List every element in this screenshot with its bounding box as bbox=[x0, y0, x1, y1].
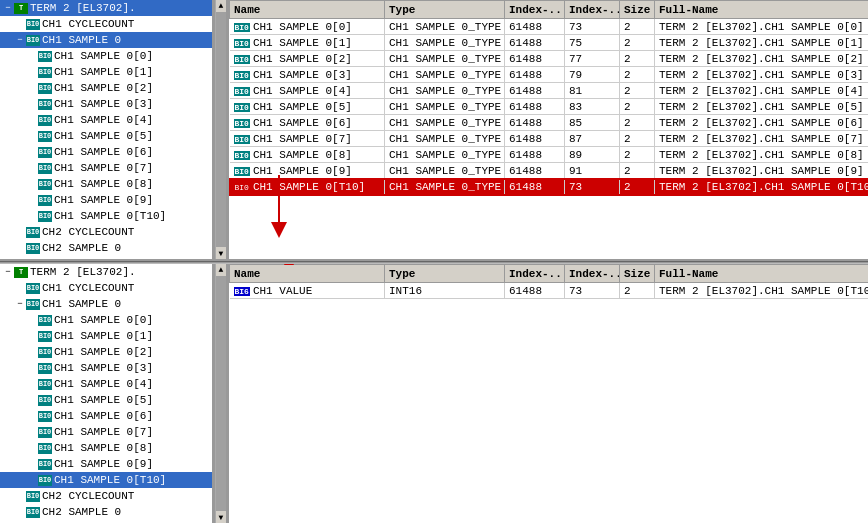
col-header-size-1[interactable]: Size bbox=[620, 1, 655, 19]
tree-label-s8: CH1 SAMPLE 0[8] bbox=[54, 178, 153, 190]
spacer bbox=[14, 18, 26, 30]
tree-item-ch2sample0[interactable]: BI0 CH2 SAMPLE 0 bbox=[0, 240, 212, 256]
scroll-down-1[interactable]: ▼ bbox=[219, 249, 224, 258]
table-row[interactable]: BI0CH1 SAMPLE 0[4] CH1 SAMPLE 0_TYPE6148… bbox=[230, 83, 869, 99]
table-row[interactable]: BI0CH1 SAMPLE 0[0] CH1 SAMPLE 0_TYPE 614… bbox=[230, 19, 869, 35]
tree-item-p2s10-selected[interactable]: BI0 CH1 SAMPLE 0[T10] bbox=[0, 472, 212, 488]
col-header-idx2-1[interactable]: Index-... bbox=[565, 1, 620, 19]
tree-item-p2s2[interactable]: BI0 CH1 SAMPLE 0[2] bbox=[0, 344, 212, 360]
tree-item-ch1s5[interactable]: BI0 CH1 SAMPLE 0[5] bbox=[0, 128, 212, 144]
col-header-idx1-2[interactable]: Index-... bbox=[505, 265, 565, 283]
var-icon-ch1sample02: BI0 bbox=[26, 299, 40, 310]
tree-item-ch1s10[interactable]: BI0 CH1 SAMPLE 0[T10] bbox=[0, 208, 212, 224]
var-icon-ch2sample0: BI0 bbox=[26, 243, 40, 254]
tree-item-p2s1[interactable]: BI0 CH1 SAMPLE 0[1] bbox=[0, 328, 212, 344]
tree-item-ch1s0[interactable]: BI0 CH1 SAMPLE 0[0] bbox=[0, 48, 212, 64]
tree-item-ch1s6[interactable]: BI0 CH1 SAMPLE 0[6] bbox=[0, 144, 212, 160]
tree-label-term2: TERM 2 [EL3702]. bbox=[30, 266, 136, 278]
row-icon-red: BI0 bbox=[234, 183, 250, 192]
tree-item-p2s6[interactable]: BI0 CH1 SAMPLE 0[6] bbox=[0, 408, 212, 424]
col-header-idx1-1[interactable]: Index-... bbox=[505, 1, 565, 19]
col-header-idx2-2[interactable]: Index-... bbox=[565, 265, 620, 283]
tree-item-ch1sample02[interactable]: − BI0 CH1 SAMPLE 0 bbox=[0, 296, 212, 312]
tree-item-ch1cycle[interactable]: BI0 CH1 CYCLECOUNT bbox=[0, 16, 212, 32]
row-icon: BI0 bbox=[234, 39, 250, 48]
var-icon-s7: BI0 bbox=[38, 163, 52, 174]
scroll-up-2[interactable]: ▲ bbox=[219, 265, 224, 274]
table-row[interactable]: BI6CH1 VALUE INT16 61488 73 2 TERM 2 [EL… bbox=[230, 283, 869, 299]
expand-icon-ch1sample02[interactable]: − bbox=[14, 298, 26, 310]
table-row[interactable]: BI0CH1 SAMPLE 0[5] CH1 SAMPLE 0_TYPE6148… bbox=[230, 99, 869, 115]
var-icon-s6: BI0 bbox=[38, 147, 52, 158]
tree-scrollbar-2[interactable]: ▲ ▼ bbox=[215, 264, 229, 523]
expand-icon-ch1sample0[interactable]: − bbox=[14, 34, 26, 46]
tree-label-s0: CH1 SAMPLE 0[0] bbox=[54, 50, 153, 62]
col-header-full-1[interactable]: Full-Name bbox=[655, 1, 869, 19]
col-header-type-2[interactable]: Type bbox=[385, 265, 505, 283]
tree-label-s1: CH1 SAMPLE 0[1] bbox=[54, 66, 153, 78]
table-row[interactable]: BI0CH1 SAMPLE 0[6] CH1 SAMPLE 0_TYPE6148… bbox=[230, 115, 869, 131]
tree-item-term1[interactable]: − T TERM 2 [EL3702]. bbox=[0, 0, 212, 16]
col-header-type-1[interactable]: Type bbox=[385, 1, 505, 19]
tree-item-ch2cycle[interactable]: BI0 CH2 CYCLECOUNT bbox=[0, 224, 212, 240]
cell-size: 2 bbox=[620, 19, 655, 35]
tree-item-p2s5[interactable]: BI0 CH1 SAMPLE 0[5] bbox=[0, 392, 212, 408]
tree-label-s2: CH1 SAMPLE 0[2] bbox=[54, 82, 153, 94]
col-header-size-2[interactable]: Size bbox=[620, 265, 655, 283]
table-row[interactable]: BI0CH1 SAMPLE 0[7] CH1 SAMPLE 0_TYPE6148… bbox=[230, 131, 869, 147]
table-row-selected[interactable]: BI0CH1 SAMPLE 0[T10] CH1 SAMPLE 0_TYPE 6… bbox=[230, 179, 869, 195]
tree-item-p2s7[interactable]: BI0 CH1 SAMPLE 0[7] bbox=[0, 424, 212, 440]
tree-item-p2s9[interactable]: BI0 CH1 SAMPLE 0[9] bbox=[0, 456, 212, 472]
tree-item-term2[interactable]: − T TERM 2 [EL3702]. bbox=[0, 264, 212, 280]
table-row[interactable]: BI0CH1 SAMPLE 0[3] CH1 SAMPLE 0_TYPE6148… bbox=[230, 67, 869, 83]
tree-pane-1[interactable]: − T TERM 2 [EL3702]. BI0 CH1 CYCLECOUNT … bbox=[0, 0, 215, 259]
tree-label-p2s2: CH1 SAMPLE 0[2] bbox=[54, 346, 153, 358]
tree-item-ch1s9[interactable]: BI0 CH1 SAMPLE 0[9] bbox=[0, 192, 212, 208]
tree-item-p2-ch2sample0[interactable]: BI0 CH2 SAMPLE 0 bbox=[0, 504, 212, 520]
scroll-thumb-2[interactable] bbox=[216, 276, 226, 511]
scroll-down-2[interactable]: ▼ bbox=[219, 513, 224, 522]
tree-item-p2s4[interactable]: BI0 CH1 SAMPLE 0[4] bbox=[0, 376, 212, 392]
table-row[interactable]: BI0CH1 SAMPLE 0[2] CH1 SAMPLE 0_TYPE6148… bbox=[230, 51, 869, 67]
table-row[interactable]: BI0CH1 SAMPLE 0[8] CH1 SAMPLE 0_TYPE6148… bbox=[230, 147, 869, 163]
row-icon-blue: BI6 bbox=[234, 287, 250, 296]
tree-label-p2s3: CH1 SAMPLE 0[3] bbox=[54, 362, 153, 374]
table-row[interactable]: BI0CH1 SAMPLE 0[9] CH1 SAMPLE 0_TYPE6148… bbox=[230, 163, 869, 179]
cell-size-2: 2 bbox=[620, 283, 655, 299]
var-icon-ch2cycle: BI0 bbox=[26, 227, 40, 238]
tree-item-ch1s8[interactable]: BI0 CH1 SAMPLE 0[8] bbox=[0, 176, 212, 192]
tree-label-s5: CH1 SAMPLE 0[5] bbox=[54, 130, 153, 142]
var-icon-s2: BI0 bbox=[38, 83, 52, 94]
col-header-name-1[interactable]: Name bbox=[230, 1, 385, 19]
col-header-name-2[interactable]: Name bbox=[230, 265, 385, 283]
tree-item-ch1s7[interactable]: BI0 CH1 SAMPLE 0[7] bbox=[0, 160, 212, 176]
tree-label-s7: CH1 SAMPLE 0[7] bbox=[54, 162, 153, 174]
tree-label-p2s7: CH1 SAMPLE 0[7] bbox=[54, 426, 153, 438]
col-header-full-2[interactable]: Full-Name bbox=[655, 265, 869, 283]
scroll-thumb-1[interactable] bbox=[216, 12, 226, 247]
tree-item-ch1sample0[interactable]: − BI0 CH1 SAMPLE 0 bbox=[0, 32, 212, 48]
tree-item-ch1s3[interactable]: BI0 CH1 SAMPLE 0[3] bbox=[0, 96, 212, 112]
scroll-up-1[interactable]: ▲ bbox=[219, 1, 224, 10]
var-icon-s3: BI0 bbox=[38, 99, 52, 110]
term-icon-1: T bbox=[14, 3, 28, 14]
tree-item-ch1s1[interactable]: BI0 CH1 SAMPLE 0[1] bbox=[0, 64, 212, 80]
tree-scrollbar-1[interactable]: ▲ ▼ bbox=[215, 0, 229, 259]
tree-item-p2s0[interactable]: BI0 CH1 SAMPLE 0[0] bbox=[0, 312, 212, 328]
tree-pane-2[interactable]: − T TERM 2 [EL3702]. BI0 CH1 CYCLECOUNT … bbox=[0, 264, 215, 523]
tree-item-p2-ch2cycle[interactable]: BI0 CH2 CYCLECOUNT bbox=[0, 488, 212, 504]
term-icon-2: T bbox=[14, 267, 28, 278]
tree-item-p2s8[interactable]: BI0 CH1 SAMPLE 0[8] bbox=[0, 440, 212, 456]
tree-item-p2s3[interactable]: BI0 CH1 SAMPLE 0[3] bbox=[0, 360, 212, 376]
table-row[interactable]: BI0CH1 SAMPLE 0[1] CH1 SAMPLE 0_TYPE6148… bbox=[230, 35, 869, 51]
grid-pane-2: Name Type Index-... Index-... Size Full-… bbox=[229, 264, 868, 523]
data-table-1: Name Type Index-... Index-... Size Full-… bbox=[229, 0, 868, 195]
var-icon-p2s5: BI0 bbox=[38, 395, 52, 406]
expand-icon-term1[interactable]: − bbox=[2, 2, 14, 14]
expand-icon-term2[interactable]: − bbox=[2, 266, 14, 278]
tree-item-ch1cycle2[interactable]: BI0 CH1 CYCLECOUNT bbox=[0, 280, 212, 296]
tree-item-ch1s4[interactable]: BI0 CH1 SAMPLE 0[4] bbox=[0, 112, 212, 128]
var-icon-ch1cycle2: BI0 bbox=[26, 283, 40, 294]
tree-item-ch1s2[interactable]: BI0 CH1 SAMPLE 0[2] bbox=[0, 80, 212, 96]
row-icon: BI0 bbox=[234, 87, 250, 96]
